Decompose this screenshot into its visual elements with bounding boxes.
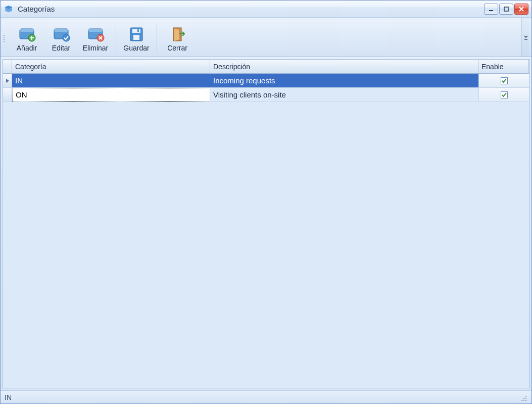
- close-label: Cerrar: [167, 44, 187, 52]
- row-indicator-header: [3, 60, 12, 73]
- checkbox-icon[interactable]: [501, 77, 508, 84]
- checkbox-icon[interactable]: [501, 91, 508, 98]
- save-button[interactable]: Guardar: [119, 20, 154, 57]
- table-row[interactable]: ON Visiting clients on-site: [3, 88, 529, 102]
- cell-category[interactable]: ON: [12, 88, 210, 102]
- svg-rect-1: [504, 7, 508, 11]
- delete-label: Eliminar: [83, 44, 109, 52]
- toolbar-separator: [157, 23, 157, 54]
- grid-body[interactable]: IN Incoming requests ON Visiting clients…: [3, 74, 529, 388]
- toolbar: Añadir Editar: [1, 18, 531, 57]
- maximize-button[interactable]: [499, 4, 513, 15]
- cell-category[interactable]: IN: [12, 74, 210, 87]
- save-label: Guardar: [123, 44, 149, 52]
- app-icon: [4, 4, 14, 14]
- door-icon: [167, 25, 187, 43]
- window-title: Categorías: [18, 5, 484, 13]
- delete-icon: [85, 25, 106, 43]
- column-header-description[interactable]: Descripción: [210, 60, 478, 73]
- toolbar-separator: [116, 23, 116, 54]
- add-icon: [17, 25, 37, 43]
- cell-enable[interactable]: [478, 88, 529, 102]
- column-header-category[interactable]: Categoría: [12, 60, 210, 73]
- edit-icon: [51, 25, 71, 43]
- titlebar[interactable]: Categorías: [1, 1, 531, 18]
- svg-rect-13: [133, 35, 139, 40]
- minimize-button[interactable]: [484, 4, 498, 15]
- resize-grip[interactable]: [518, 393, 527, 402]
- add-button[interactable]: Añadir: [10, 20, 44, 57]
- main-window: Categorías: [0, 0, 532, 404]
- status-text: IN: [5, 393, 12, 401]
- svg-rect-3: [20, 29, 34, 32]
- row-selector-icon: [3, 74, 12, 87]
- edit-label: Editar: [52, 44, 71, 52]
- window-controls: [484, 4, 528, 15]
- grid-header: Categoría Descripción Enable: [3, 60, 529, 74]
- close-button[interactable]: [514, 4, 528, 15]
- toolbar-overflow-button[interactable]: [521, 18, 529, 57]
- cell-description[interactable]: Visiting clients on-site: [210, 88, 478, 102]
- grid-area: Categoría Descripción Enable IN Incoming…: [3, 59, 529, 388]
- add-label: Añadir: [17, 44, 37, 52]
- status-bar: IN: [1, 390, 531, 403]
- table-row[interactable]: IN Incoming requests: [3, 74, 529, 88]
- cell-enable[interactable]: [478, 74, 529, 87]
- close-app-button[interactable]: Cerrar: [160, 20, 195, 57]
- delete-button[interactable]: Eliminar: [78, 20, 113, 57]
- toolbar-grip[interactable]: [4, 20, 8, 57]
- save-icon: [126, 25, 147, 43]
- svg-rect-14: [137, 29, 139, 32]
- column-header-enable[interactable]: Enable: [478, 60, 529, 73]
- svg-rect-12: [132, 29, 140, 33]
- svg-rect-9: [88, 29, 103, 32]
- svg-point-7: [63, 34, 70, 41]
- svg-rect-0: [489, 10, 493, 11]
- row-selector-icon: [3, 88, 12, 102]
- edit-button[interactable]: Editar: [44, 20, 78, 57]
- svg-rect-16: [524, 39, 527, 40]
- svg-rect-6: [54, 29, 68, 32]
- cell-description[interactable]: Incoming requests: [210, 74, 478, 87]
